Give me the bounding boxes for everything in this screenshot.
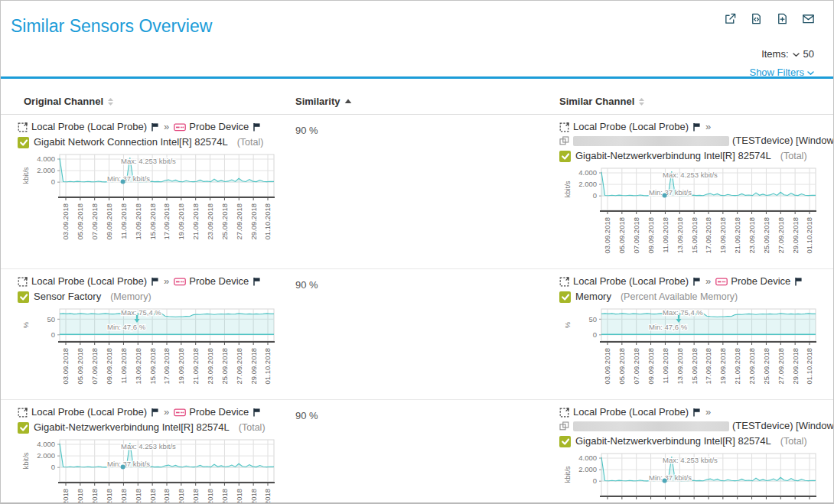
device-link[interactable]: Probe Device [189,275,249,288]
chevron-down-icon [807,70,814,76]
svg-text:05.09.2018: 05.09.2018 [76,203,84,240]
mini-graph[interactable]: 05003.09.201805.09.201807.09.201809.09.2… [18,306,295,393]
svg-text:19.09.2018: 19.09.2018 [177,203,185,240]
table-row: Local Probe (Local Probe)»Probe DeviceGi… [1,400,833,502]
sensor-link[interactable]: Gigabit-Netzwerkverbindung Intel[R] 8257… [575,434,771,448]
flag-icon [692,277,701,286]
probe-link[interactable]: Local Probe (Local Probe) [31,120,147,134]
items-selector[interactable]: Items: 50 [761,48,814,60]
column-header-similar-channel[interactable]: Similar Channel [559,96,833,107]
mini-graph[interactable]: 02.0004.00003.09.201805.09.201807.09.201… [18,437,295,502]
svg-text:Max: 75,4 %: Max: 75,4 % [121,308,161,317]
svg-text:21.09.2018: 21.09.2018 [191,489,200,502]
flag-icon [252,408,261,417]
svg-text:11.09.2018: 11.09.2018 [119,348,128,384]
svg-text:07.09.2018: 07.09.2018 [632,217,640,254]
svg-text:Min: 47,6 %: Min: 47,6 % [649,323,688,331]
column-header-similarity[interactable]: Similarity [295,96,559,107]
email-icon[interactable] [802,12,815,25]
sensor-link[interactable]: Memory [575,290,611,304]
mini-graph-svg[interactable]: 02.0004.00003.09.201805.09.201807.09.201… [559,450,823,502]
sensor-link[interactable]: Sensor Factory [34,290,101,304]
sort-icon[interactable] [107,97,114,106]
add-report-icon[interactable] [776,12,789,25]
mini-graph-svg[interactable]: 02.0004.00003.09.201805.09.201807.09.201… [18,437,282,502]
breadcrumb-separator: » [705,275,711,288]
svg-text:Max: 4.253 kbit/s: Max: 4.253 kbit/s [663,171,718,179]
column-label[interactable]: Similar Channel [559,96,634,107]
svg-text:05.09.2018: 05.09.2018 [617,217,626,254]
sensor-link[interactable]: Gigabit-Netzwerkverbindung Intel[R] 8257… [575,149,771,163]
probe-icon [559,122,570,132]
svg-text:25.09.2018: 25.09.2018 [220,203,229,240]
flag-icon [151,122,159,132]
probe-link[interactable]: Local Probe (Local Probe) [573,275,689,288]
table-body: Local Probe (Local Probe)»Probe DeviceGi… [1,115,833,502]
mini-graph[interactable]: 02.0004.00003.09.201805.09.201807.09.201… [18,151,295,249]
svg-text:27.09.2018: 27.09.2018 [235,203,243,240]
channel-name: (Memory) [110,290,151,304]
sensor-ok-check-icon [18,291,29,303]
sort-asc-icon[interactable] [344,99,352,104]
svg-text:11.09.2018: 11.09.2018 [119,203,128,239]
svg-text:Max: 4.253 kbit/s: Max: 4.253 kbit/s [121,157,176,165]
breadcrumb: Local Probe (Local Probe)» [559,405,833,419]
svg-text:13.09.2018: 13.09.2018 [676,217,684,254]
sort-icon[interactable] [638,97,645,106]
flag-icon [794,277,803,286]
column-label[interactable]: Similarity [295,96,340,107]
svg-text:01.10.2018: 01.10.2018 [263,348,272,385]
device-link[interactable]: Probe Device [189,405,249,419]
device-link[interactable]: Probe Device [189,120,249,134]
svg-text:Min: 37 kbit/s: Min: 37 kbit/s [649,188,692,197]
mini-graph[interactable]: 02.0004.00003.09.201805.09.201807.09.201… [559,165,833,262]
sensor-link[interactable]: Gigabit-Netzwerkverbindung Intel[R] 8257… [34,421,230,434]
column-header-original-channel[interactable]: Original Channel [18,96,295,107]
svg-text:0: 0 [51,330,55,339]
sensor-ok-check-icon [559,151,571,162]
svg-text:4.000: 4.000 [37,154,55,163]
svg-text:03.09.2018: 03.09.2018 [603,217,611,254]
svg-text:09.09.2018: 09.09.2018 [105,489,113,502]
probe-link[interactable]: Local Probe (Local Probe) [573,120,689,134]
device-suffix: (TESTdevice) [Windows] [732,419,833,433]
device-link[interactable]: Probe Device [731,275,790,288]
column-label[interactable]: Original Channel [18,96,103,107]
svg-text:29.09.2018: 29.09.2018 [791,217,800,254]
svg-text:Min: 37 kbit/s: Min: 37 kbit/s [649,473,692,482]
mini-graph-svg[interactable]: 05003.09.201805.09.201807.09.201809.09.2… [559,306,823,390]
svg-text:17.09.2018: 17.09.2018 [162,348,171,385]
probe-link[interactable]: Local Probe (Local Probe) [31,405,147,419]
mini-graph[interactable]: 02.0004.00003.09.201805.09.201807.09.201… [559,450,833,502]
similarity-value: 90 % [295,405,559,502]
svg-text:01.10.2018: 01.10.2018 [805,348,813,385]
svg-text:21.09.2018: 21.09.2018 [733,348,741,385]
sensor-ok-check-icon [18,137,29,148]
channel-name: (Percent Available Memory) [621,290,738,304]
redacted-device-name [573,136,729,146]
device-line: (TESTdevice) [Windows] [559,419,833,433]
svg-text:Max: 4.253 kbit/s: Max: 4.253 kbit/s [663,456,718,464]
open-external-icon[interactable] [724,12,737,25]
svg-text:03.09.2018: 03.09.2018 [61,489,70,502]
sensor-ok-check-icon [559,291,571,303]
probe-link[interactable]: Local Probe (Local Probe) [31,275,147,288]
probe-link[interactable]: Local Probe (Local Probe) [573,405,689,419]
svg-text:25.09.2018: 25.09.2018 [220,489,229,502]
mini-graph-svg[interactable]: 05003.09.201805.09.201807.09.201809.09.2… [18,306,282,390]
svg-text:50: 50 [588,315,597,324]
similarity-value: 90 % [295,120,559,262]
sensor-link[interactable]: Gigabit Network Connection Intel[R] 8257… [34,135,228,149]
svg-text:07.09.2018: 07.09.2018 [90,348,99,385]
svg-text:15.09.2018: 15.09.2018 [690,348,699,385]
mini-graph-svg[interactable]: 02.0004.00003.09.201805.09.201807.09.201… [559,165,823,259]
svg-text:01.10.2018: 01.10.2018 [805,217,813,254]
svg-text:11.09.2018: 11.09.2018 [661,348,669,384]
xml-export-icon[interactable] [750,12,763,25]
svg-text:19.09.2018: 19.09.2018 [718,217,727,254]
svg-text:07.09.2018: 07.09.2018 [632,348,640,385]
probe-icon [18,276,28,287]
mini-graph[interactable]: 05003.09.201805.09.201807.09.201809.09.2… [559,306,833,393]
mini-graph-svg[interactable]: 02.0004.00003.09.201805.09.201807.09.201… [18,151,282,245]
windows-device-icon [559,136,570,145]
